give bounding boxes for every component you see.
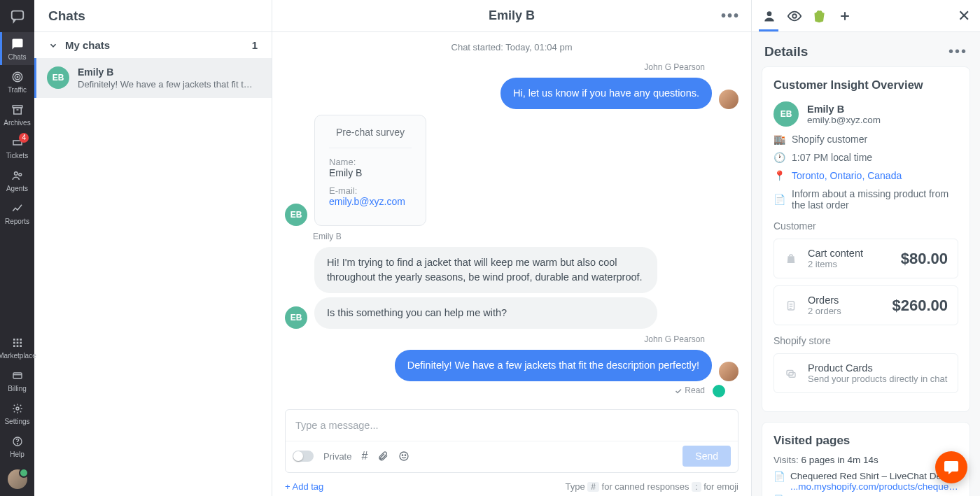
chat-icon <box>10 37 24 51</box>
attach-icon[interactable] <box>377 451 388 462</box>
rail-label-agents: Agents <box>6 185 28 192</box>
card-icon <box>10 369 24 383</box>
rail-item-traffic[interactable]: Traffic <box>0 65 34 98</box>
chat-row-name: Emily B <box>78 66 253 78</box>
rail-item-agents[interactable]: Agents <box>0 164 34 197</box>
send-button[interactable]: Send <box>682 446 731 467</box>
svg-rect-9 <box>16 339 18 341</box>
svg-rect-15 <box>16 345 18 347</box>
private-toggle[interactable] <box>293 451 314 462</box>
rail-label-reports: Reports <box>5 218 29 225</box>
note-icon: 📄 <box>774 194 785 205</box>
msg-bubble-in-1: Hi! I'm trying to find a jacket that wil… <box>314 247 657 293</box>
info-location[interactable]: Toronto, Ontario, Canada <box>792 170 902 181</box>
page-icon: 📄 <box>774 471 783 492</box>
customer-avatar: EB <box>285 306 307 329</box>
chat-row[interactable]: EB Emily B Definitely! We have a few jac… <box>34 58 272 98</box>
svg-rect-5 <box>13 108 21 114</box>
rail-label-archives: Archives <box>4 119 30 127</box>
svg-rect-8 <box>13 339 15 341</box>
grid-icon <box>10 336 24 350</box>
survey-email-value[interactable]: emily.b@xyz.com <box>329 196 412 207</box>
store-icon: 🏬 <box>774 134 785 145</box>
tab-add-icon[interactable] <box>837 8 853 24</box>
livechat-fab[interactable] <box>935 451 967 483</box>
close-icon[interactable]: ✕ <box>958 7 970 25</box>
svg-rect-17 <box>13 373 22 378</box>
sender-label-customer: Emily B <box>313 232 738 241</box>
info-shopify: Shopify customer <box>792 134 867 145</box>
rail-label-marketplace: Marketplace <box>0 352 36 360</box>
insight-card: Customer Insight Overview EB Emily B emi… <box>762 66 970 412</box>
orders-card[interactable]: Orders2 orders $260.00 <box>774 285 958 325</box>
svg-point-23 <box>405 455 406 455</box>
chatlist-group-count: 1 <box>252 39 258 51</box>
agent-avatar <box>719 362 738 381</box>
svg-point-22 <box>402 455 403 455</box>
tab-person-icon[interactable] <box>762 8 777 24</box>
archive-icon <box>10 103 24 117</box>
rail-label-settings: Settings <box>4 418 29 425</box>
cart-card[interactable]: Cart content2 items $80.00 <box>774 239 958 278</box>
visits-line: Visits: 6 pages in 4m 14s <box>774 455 958 465</box>
details-title: Details <box>764 44 808 59</box>
tab-shopify-icon[interactable] <box>812 8 827 24</box>
svg-rect-11 <box>13 342 15 344</box>
tab-underline <box>759 29 778 31</box>
info-time: 1:07 PM local time <box>792 152 872 163</box>
rail-item-help[interactable]: Help <box>0 430 34 462</box>
customer-avatar: EB <box>285 204 307 226</box>
nav-rail: Chats Traffic Archives 4 Tickets Agents … <box>0 0 34 496</box>
survey-email-label: E-mail: <box>329 185 412 196</box>
svg-point-21 <box>400 452 408 460</box>
rail-item-archives[interactable]: Archives <box>0 98 34 131</box>
rail-logo[interactable] <box>0 0 34 32</box>
rail-label-billing: Billing <box>8 385 27 392</box>
message-input[interactable] <box>286 410 738 441</box>
survey-title: Pre-chat survey <box>329 127 412 148</box>
rail-item-marketplace[interactable]: Marketplace <box>0 331 34 364</box>
rail-item-billing[interactable]: Billing <box>0 364 34 397</box>
chevron-down-icon <box>48 41 58 50</box>
date-divider: Chat started: Today, 01:04 pm <box>285 42 738 52</box>
insight-name: Emily B <box>807 104 881 115</box>
add-tag-button[interactable]: + Add tag <box>285 481 323 492</box>
chatlist-group-toggle[interactable]: My chats 1 <box>34 32 272 58</box>
chat-list-panel: Chats My chats 1 EB Emily B Definitely! … <box>34 0 272 496</box>
conv-more-button[interactable]: ••• <box>721 0 740 31</box>
rail-item-settings[interactable]: Settings <box>0 397 34 430</box>
emoji-icon[interactable] <box>398 451 410 462</box>
tickets-badge: 4 <box>19 133 29 143</box>
rail-item-tickets[interactable]: 4 Tickets <box>0 131 34 164</box>
msg-row-3: Definitely! We have a few jackets that f… <box>285 350 738 381</box>
chat-row-preview: Definitely! We have a few jackets that f… <box>78 79 253 90</box>
clipboard-icon <box>784 299 798 313</box>
hash-icon[interactable]: # <box>361 450 368 462</box>
sender-label-agent-2: John G Pearson <box>285 334 705 344</box>
read-label: Read <box>685 385 705 395</box>
composer-hint: Type # for canned responses : for emoji <box>565 481 738 492</box>
details-more-button[interactable]: ••• <box>948 43 967 59</box>
pin-icon: 📍 <box>774 170 785 181</box>
chat-row-avatar: EB <box>47 66 69 89</box>
insight-email: emily.b@xyz.com <box>807 115 881 125</box>
insight-avatar: EB <box>774 101 799 127</box>
visited-title: Visited pages <box>774 434 958 448</box>
svg-rect-12 <box>16 342 18 344</box>
rail-item-chats[interactable]: Chats <box>0 32 34 65</box>
tab-eye-icon[interactable] <box>787 8 802 24</box>
details-tabs: ✕ <box>752 0 980 32</box>
sender-label-agent: John G Pearson <box>285 62 705 72</box>
survey-name-label: Name: <box>329 157 412 167</box>
product-cards-card[interactable]: Product CardsSend your products directly… <box>774 353 958 393</box>
svg-point-20 <box>17 444 18 444</box>
visited-page-1[interactable]: 📄 Chequered Red Shirt – LiveChat Demo ..… <box>774 471 958 492</box>
user-avatar[interactable] <box>8 469 27 489</box>
rail-item-reports[interactable]: Reports <box>0 197 34 229</box>
survey-row: EB Pre-chat survey Name: Emily B E-mail:… <box>285 115 738 226</box>
read-receipt: Read <box>285 385 705 395</box>
agents-icon <box>10 169 24 183</box>
grammarly-icon[interactable] <box>713 385 725 397</box>
private-label: Private <box>323 451 351 462</box>
conversation-panel: Emily B ••• Chat started: Today, 01:04 p… <box>272 0 752 496</box>
